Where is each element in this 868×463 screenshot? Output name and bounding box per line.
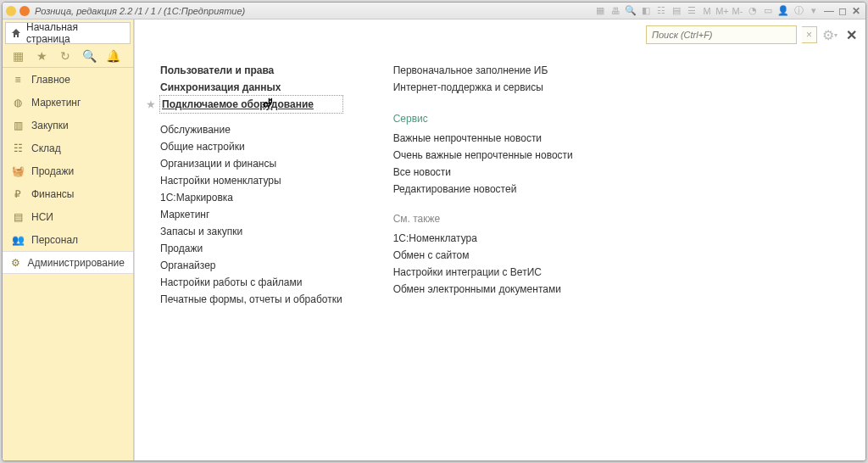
tb-icon-6[interactable]: ▤ [670, 4, 683, 18]
tb-icon-5[interactable]: ☷ [654, 4, 668, 18]
tb-user-icon[interactable]: 👤 [776, 4, 790, 18]
link-general-settings[interactable]: Общие настройки [160, 138, 342, 155]
window-orb-1 [6, 6, 16, 16]
sidebar: Начальная страница ▦ ★ ↻ 🔍 🔔 ≡Главное ◍М… [3, 20, 134, 460]
globe-icon: ◍ [11, 96, 25, 109]
nav-label: Маркетинг [31, 97, 81, 109]
tb-clock-icon[interactable]: ◔ [746, 4, 760, 18]
search-input[interactable] [647, 30, 796, 40]
nav-warehouse[interactable]: ☷Склад [3, 137, 133, 159]
home-icon [11, 28, 21, 38]
list-icon: ≡ [11, 73, 25, 86]
app-window: Розница, редакция 2.2 /1 / 1 / (1С:Предп… [2, 2, 866, 461]
boxes-icon: ▥ [11, 119, 25, 132]
link-edit-news[interactable]: Редактирование новостей [393, 181, 573, 198]
link-organizer[interactable]: Органайзер [160, 257, 342, 274]
content-col-1: Пользователи и права Синхронизация данны… [160, 62, 342, 452]
tb-m-icon[interactable]: M [700, 4, 714, 18]
link-edoc-exchange[interactable]: Обмен электронными документами [393, 281, 573, 298]
nav: ≡Главное ◍Маркетинг ▥Закупки ☷Склад 🧺Про… [3, 68, 133, 274]
tb-info-icon[interactable]: ⓘ [792, 4, 805, 18]
nav-label: Главное [31, 74, 70, 86]
search-clear-button[interactable]: × [802, 26, 817, 43]
history-icon[interactable]: ↻ [58, 49, 72, 63]
search-icon[interactable]: 🔍 [82, 49, 96, 63]
shelves-icon: ☷ [11, 142, 25, 155]
tb-mminus-icon[interactable]: M- [731, 4, 744, 18]
nav-nsi[interactable]: ▤НСИ [3, 205, 133, 228]
link-print-forms[interactable]: Печатные формы, отчеты и обработки [160, 291, 342, 308]
panel-close-button[interactable]: ✕ [846, 27, 857, 43]
link-initial-fill[interactable]: Первоначальное заполнение ИБ [393, 62, 573, 79]
main-toolbar: × ⚙▾ ✕ [135, 20, 865, 50]
nav-main[interactable]: ≡Главное [3, 68, 133, 91]
bell-icon[interactable]: 🔔 [106, 49, 120, 63]
link-nomenclature-settings[interactable]: Настройки номенклатуры [160, 172, 342, 189]
link-text: Подключаемое оборудование [162, 98, 314, 110]
window-orb-2 [19, 6, 30, 16]
link-1c-marking[interactable]: 1С:Маркировка [160, 189, 342, 206]
content: Пользователи и права Синхронизация данны… [135, 50, 865, 460]
window-minimize-button[interactable]: — [823, 5, 835, 17]
link-data-sync[interactable]: Синхронизация данных [160, 79, 342, 96]
sidebar-icon-row: ▦ ★ ↻ 🔍 🔔 [3, 44, 133, 68]
nav-finance[interactable]: ₽Финансы [3, 182, 133, 205]
nav-admin[interactable]: ⚙Администрирование [3, 251, 133, 274]
nav-label: Финансы [31, 188, 74, 200]
settings-gear-icon[interactable]: ⚙▾ [822, 27, 837, 43]
basket-icon: 🧺 [11, 165, 25, 178]
tb-icon-7[interactable]: ☰ [685, 4, 698, 18]
search-box[interactable] [646, 25, 797, 44]
nav-label: Продажи [31, 165, 74, 177]
window-title: Розница, редакция 2.2 /1 / 1 / (1С:Предп… [35, 6, 245, 16]
link-org-finance[interactable]: Организации и финансы [160, 155, 342, 172]
ruble-icon: ₽ [11, 187, 25, 201]
nav-marketing[interactable]: ◍Маркетинг [3, 91, 133, 114]
link-marketing[interactable]: Маркетинг [160, 206, 342, 223]
nav-label: Администрирование [28, 257, 125, 269]
nav-label: Закупки [31, 120, 69, 131]
main-area: × ⚙▾ ✕ Пользователи и права Синхронизаци… [134, 20, 865, 460]
apps-icon[interactable]: ▦ [11, 49, 25, 63]
link-users-rights[interactable]: Пользователи и права [160, 62, 342, 79]
link-very-important-news[interactable]: Очень важные непрочтенные новости [393, 147, 573, 164]
link-sales[interactable]: Продажи [160, 240, 342, 257]
window-restore-button[interactable]: ◻ [837, 5, 849, 17]
tb-mplus-icon[interactable]: M+ [715, 4, 729, 18]
start-page-tab[interactable]: Начальная страница [5, 22, 131, 44]
nav-sales[interactable]: 🧺Продажи [3, 159, 133, 182]
tb-drop-icon[interactable]: ▾ [807, 4, 821, 18]
nav-label: Персонал [31, 234, 78, 246]
titlebar: Розница, редакция 2.2 /1 / 1 / (1С:Предп… [3, 3, 865, 20]
link-peripherals[interactable]: ★ Подключаемое оборудование ⮰ [160, 96, 342, 113]
star-icon[interactable]: ★ [35, 49, 48, 63]
favorite-star-icon: ★ [147, 99, 155, 110]
link-maintenance[interactable]: Обслуживание [160, 121, 342, 138]
link-site-exchange[interactable]: Обмен с сайтом [393, 247, 573, 264]
tb-search-icon[interactable]: 🔍 [624, 4, 637, 18]
link-file-settings[interactable]: Настройки работы с файлами [160, 274, 342, 291]
content-col-2: Первоначальное заполнение ИБ Интернет-по… [393, 62, 573, 452]
tb-print-icon[interactable]: 🖶 [609, 4, 622, 18]
book-icon: ▤ [11, 210, 25, 224]
tb-window-icon[interactable]: ▭ [761, 4, 775, 18]
section-see-also: См. также [393, 213, 573, 225]
link-stock-purchases[interactable]: Запасы и закупки [160, 223, 342, 240]
tb-icon-1[interactable]: ▦ [593, 4, 607, 18]
link-internet-support[interactable]: Интернет-поддержка и сервисы [393, 79, 573, 96]
nav-label: НСИ [31, 211, 53, 223]
nav-personnel[interactable]: 👥Персонал [3, 228, 133, 251]
link-1c-nomenclature[interactable]: 1С:Номенклатура [393, 230, 573, 247]
nav-purchases[interactable]: ▥Закупки [3, 114, 133, 137]
tb-icon-4[interactable]: ◧ [639, 4, 653, 18]
link-vetis[interactable]: Настройки интеграции с ВетИС [393, 264, 573, 281]
section-service: Сервис [393, 113, 573, 125]
start-page-label: Начальная страница [26, 21, 125, 45]
gear-icon: ⚙ [11, 256, 21, 270]
link-important-news[interactable]: Важные непрочтенные новости [393, 130, 573, 147]
link-all-news[interactable]: Все новости [393, 164, 573, 181]
people-icon: 👥 [11, 233, 25, 247]
nav-label: Склад [31, 142, 61, 154]
window-close-button[interactable]: ✕ [850, 5, 862, 17]
